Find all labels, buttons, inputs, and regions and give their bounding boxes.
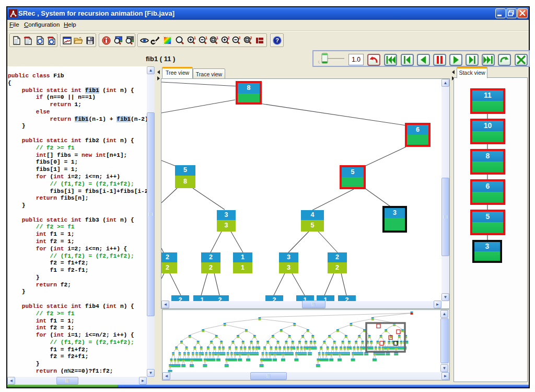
svg-text:1: 1 bbox=[205, 36, 207, 40]
svg-text:2: 2 bbox=[228, 36, 230, 40]
svg-text:2: 2 bbox=[239, 36, 241, 40]
svg-text:2: 2 bbox=[250, 36, 252, 40]
svg-text:1: 1 bbox=[194, 36, 196, 40]
svg-text:?: ? bbox=[275, 37, 279, 43]
svg-text:1: 1 bbox=[216, 36, 218, 40]
